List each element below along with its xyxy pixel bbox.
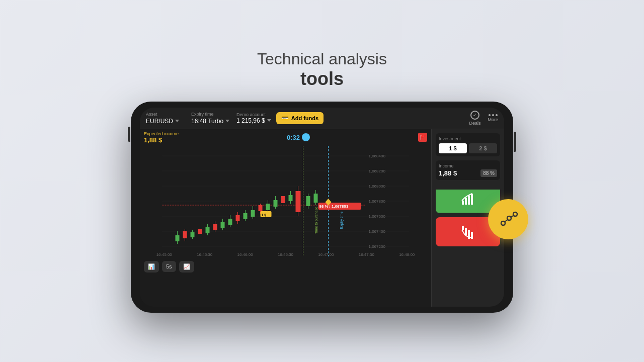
top-bar-right: ✓ Deals More: [469, 111, 498, 126]
svg-text:1,068400: 1,068400: [369, 154, 386, 158]
top-bar: Asset EUR/USD Expiry time 16:48 Turbo De…: [140, 108, 504, 129]
svg-rect-54: [306, 196, 310, 206]
expiry-section: Expiry time 16:48 Turbo: [191, 112, 231, 125]
chart-header: Expected income 1,88 $ 0:32 🚩: [140, 129, 431, 146]
phone-device: Asset EUR/USD Expiry time 16:48 Turbo De…: [131, 102, 513, 313]
svg-rect-56: [314, 194, 318, 203]
add-funds-button[interactable]: 💳 Add funds: [276, 112, 324, 124]
svg-text:86 %↓ 1,067893: 86 %↓ 1,067893: [319, 204, 349, 209]
svg-text:1,067800: 1,067800: [369, 199, 386, 204]
phone-screen: Asset EUR/USD Expiry time 16:48 Turbo De…: [140, 108, 504, 307]
svg-rect-62: [462, 201, 464, 205]
line-chart-icon: 📈: [183, 263, 190, 270]
svg-rect-30: [221, 222, 225, 228]
up-chart-icon: [461, 192, 475, 206]
timer-circle-icon: [302, 133, 310, 141]
investment-1-button[interactable]: 1 $: [439, 143, 467, 153]
svg-rect-18: [176, 235, 180, 241]
svg-rect-65: [471, 194, 473, 205]
svg-rect-50: [289, 195, 293, 201]
svg-rect-32: [228, 219, 232, 225]
card-icon: 💳: [281, 115, 289, 122]
investment-section: Investment: 1 $ 2 $: [436, 133, 500, 156]
chart-bottom-bar: 📊 5s 📈: [140, 258, 431, 276]
expected-income-label: Expected income: [144, 131, 179, 136]
check-circle-icon: ✓: [470, 111, 479, 120]
investment-buttons: 1 $ 2 $: [439, 143, 497, 153]
svg-rect-63: [465, 198, 467, 205]
analysis-tools-badge: [488, 199, 528, 239]
timer-value: 0:32: [287, 134, 300, 141]
svg-rect-26: [206, 227, 210, 233]
candlestick-chart: 1,068400 1,068200 1,068000 1,067800 1,06…: [140, 146, 431, 256]
svg-rect-22: [191, 232, 195, 237]
title-line1: Technical analysis: [257, 50, 387, 68]
asset-value[interactable]: EUR/USD: [146, 118, 186, 125]
expected-income-value: 1,88 $: [144, 136, 179, 144]
svg-text:1,067200: 1,067200: [369, 244, 386, 249]
svg-text:1,067600: 1,067600: [369, 214, 386, 219]
svg-rect-24: [198, 229, 202, 234]
svg-rect-36: [244, 213, 248, 219]
income-pct: 88 %: [480, 169, 497, 177]
demo-label: Demo account: [236, 112, 271, 117]
svg-point-70: [501, 221, 505, 225]
page-title: Technical analysis tools: [257, 50, 387, 89]
svg-rect-46: [274, 200, 278, 207]
income-label: Income: [439, 163, 497, 168]
bar-chart-icon: 📊: [148, 263, 155, 270]
investment-2-button[interactable]: 2 $: [469, 143, 497, 153]
svg-rect-38: [251, 210, 255, 217]
svg-rect-52: [296, 191, 301, 212]
svg-rect-64: [468, 196, 470, 205]
svg-rect-40: [259, 205, 263, 211]
svg-text:Time to purchase: Time to purchase: [314, 206, 318, 233]
svg-text:1,068200: 1,068200: [369, 169, 386, 173]
svg-line-73: [505, 220, 508, 222]
svg-rect-20: [183, 231, 187, 238]
asset-section: Asset EUR/USD: [146, 112, 186, 125]
svg-rect-67: [465, 228, 467, 235]
asset-label: Asset: [146, 112, 186, 117]
expiry-label: Expiry time: [191, 112, 231, 117]
svg-text:1,067400: 1,067400: [369, 229, 386, 234]
three-dots-icon: [489, 114, 498, 116]
down-chart-icon: [461, 225, 475, 239]
demo-chevron-icon: [267, 119, 271, 122]
flag-icon: 🚩: [418, 133, 427, 142]
svg-point-71: [507, 216, 511, 220]
timer-badge: 0:32: [287, 133, 310, 141]
svg-text:Expiry time: Expiry time: [340, 211, 344, 229]
title-line2: tools: [257, 68, 387, 89]
svg-rect-28: [213, 224, 217, 230]
income-value: 1,88 $: [439, 169, 457, 177]
demo-value[interactable]: 1 215,96 $: [236, 117, 271, 124]
investment-label: Investment:: [439, 136, 497, 141]
demo-account-section: Demo account 1 215,96 $: [236, 112, 271, 124]
expected-income: Expected income 1,88 $: [144, 131, 179, 144]
main-content: Expected income 1,88 $ 0:32 🚩: [140, 129, 504, 307]
chart-area: Expected income 1,88 $ 0:32 🚩: [140, 129, 431, 307]
svg-rect-66: [462, 226, 464, 230]
asset-chevron-icon: [175, 120, 179, 122]
svg-line-74: [511, 216, 514, 217]
line-chart-button[interactable]: 📈: [179, 261, 194, 273]
income-section: Income 1,88 $ 88 %: [436, 160, 500, 180]
svg-rect-34: [236, 215, 240, 221]
more-button[interactable]: More: [488, 114, 498, 122]
svg-rect-44: [266, 204, 270, 210]
svg-point-72: [513, 212, 517, 216]
deals-button[interactable]: ✓ Deals: [469, 111, 480, 126]
expiry-value[interactable]: 16:48 Turbo: [191, 118, 231, 125]
bar-chart-button[interactable]: 📊: [144, 261, 159, 273]
interval-button[interactable]: 5s: [162, 261, 176, 272]
svg-text:1,068000: 1,068000: [369, 184, 386, 189]
svg-text:1 $: 1 $: [262, 213, 267, 217]
income-value-row: 1,88 $ 88 %: [439, 169, 497, 177]
chart-line-icon: [498, 209, 518, 229]
expiry-chevron-icon: [225, 120, 229, 122]
svg-rect-48: [281, 196, 285, 203]
chart-svg-container: 1,068400 1,068200 1,068000 1,067800 1,06…: [140, 146, 431, 251]
